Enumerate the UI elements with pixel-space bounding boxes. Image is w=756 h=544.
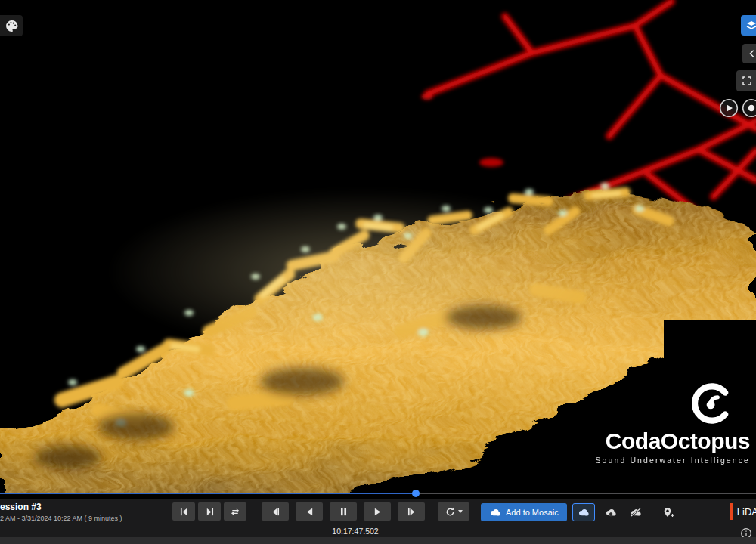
coda-octopus-logo-mark xyxy=(689,382,733,425)
session-range: 2 AM - 3/31/2024 10:22 AM ( 9 minutes ) xyxy=(0,515,122,522)
lidar-accent-bar xyxy=(730,503,733,520)
pause-button[interactable] xyxy=(330,502,357,521)
step-back-button[interactable] xyxy=(262,502,289,521)
transport-controls xyxy=(172,502,472,521)
session-info: ession #3 2 AM - 3/31/2024 10:22 AM ( 9 … xyxy=(0,502,122,522)
top-right-primary-button[interactable] xyxy=(741,15,756,36)
cloud-off-button[interactable] xyxy=(625,503,646,521)
play-reverse-button[interactable] xyxy=(296,502,323,521)
viewport-circle-buttons xyxy=(719,98,756,118)
playback-timestamp: 10:17:47.502 xyxy=(310,527,401,536)
cloud-mode-button[interactable] xyxy=(572,503,595,521)
play-icon xyxy=(373,507,383,517)
replay-mode-button[interactable] xyxy=(438,502,469,521)
mosaic-controls: Add to Mosaic xyxy=(481,503,683,521)
timeline-progress xyxy=(0,493,416,494)
cloud-off-icon xyxy=(630,508,642,517)
playback-control-bar: ession #3 2 AM - 3/31/2024 10:22 AM ( 9 … xyxy=(0,499,756,544)
skip-to-start-button[interactable] xyxy=(172,502,195,521)
add-to-mosaic-button[interactable]: Add to Mosaic xyxy=(481,503,567,521)
layers-icon xyxy=(746,20,756,31)
replay-icon xyxy=(445,507,455,517)
record-circle-button[interactable] xyxy=(742,98,756,118)
step-forward-icon xyxy=(407,507,417,517)
lidar-label: LiDA xyxy=(737,506,756,518)
cloud-upload-button[interactable] xyxy=(600,503,621,521)
loop-icon xyxy=(230,507,240,517)
add-waypoint-pin-icon xyxy=(662,507,674,518)
skip-to-start-icon xyxy=(179,507,189,517)
fullscreen-button[interactable] xyxy=(736,70,756,91)
timeline-slider[interactable] xyxy=(0,488,756,499)
logo-title: CodaOctopus xyxy=(596,430,751,453)
loop-button[interactable] xyxy=(224,502,246,521)
skip-to-end-icon xyxy=(205,507,215,517)
cloud-icon xyxy=(489,508,501,517)
play-circle-icon xyxy=(719,98,739,118)
step-forward-button[interactable] xyxy=(398,502,425,521)
timeline-scrub-strip[interactable] xyxy=(0,537,756,544)
record-circle-icon xyxy=(742,98,756,118)
pause-icon xyxy=(339,507,349,517)
app-window: CodaOctopus Sound Underwater Intelligenc… xyxy=(0,0,756,544)
step-back-icon xyxy=(271,507,280,517)
black-notch xyxy=(664,320,756,369)
coda-octopus-logo: CodaOctopus Sound Underwater Intelligenc… xyxy=(596,382,751,465)
play-reverse-icon xyxy=(305,507,314,517)
palette-icon xyxy=(5,20,18,32)
add-waypoint-button[interactable] xyxy=(658,503,679,521)
chevron-down-icon xyxy=(458,510,463,513)
session-title: ession #3 xyxy=(0,502,122,512)
play-circle-button[interactable] xyxy=(719,98,739,118)
palette-button[interactable] xyxy=(0,15,23,36)
fullscreen-icon xyxy=(742,76,752,86)
collapse-panel-button[interactable] xyxy=(742,44,756,63)
timeline-handle[interactable] xyxy=(412,490,420,497)
lidar-panel-header[interactable]: LiDA xyxy=(730,503,756,520)
skip-to-end-button[interactable] xyxy=(198,502,221,521)
logo-subtitle: Sound Underwater Intelligence xyxy=(596,456,751,465)
cloud-icon xyxy=(578,508,590,517)
add-to-mosaic-label: Add to Mosaic xyxy=(506,508,559,517)
cloud-upload-icon xyxy=(605,508,617,518)
play-button[interactable] xyxy=(364,502,391,521)
chevron-left-icon xyxy=(748,49,756,58)
